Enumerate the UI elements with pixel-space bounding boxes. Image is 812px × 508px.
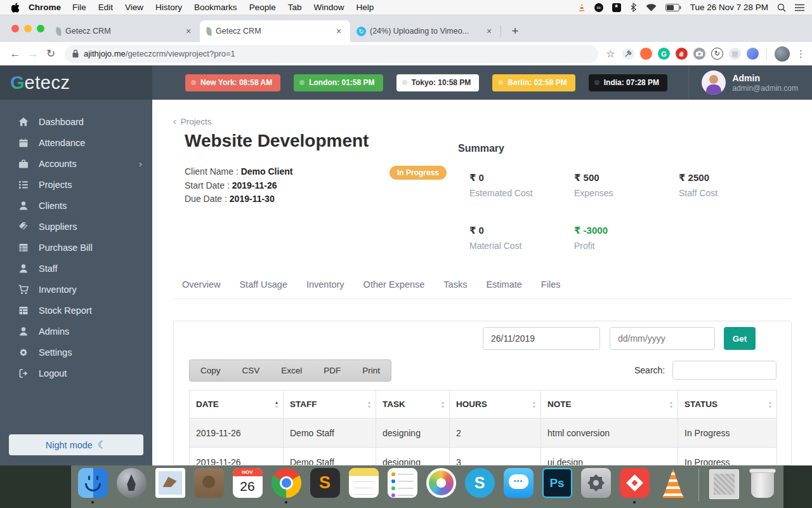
launchpad-dock-icon[interactable] xyxy=(117,468,147,498)
photos-dock-icon[interactable] xyxy=(426,468,456,498)
sidebar-item-stock-report[interactable]: Stock Report xyxy=(0,300,152,321)
blocker-hand-extension-icon[interactable] xyxy=(676,48,688,60)
column-note[interactable]: NOTE▴▾ xyxy=(541,391,678,418)
sidebar-item-dashboard[interactable]: Dashboard xyxy=(0,111,152,132)
tab-close-icon[interactable]: × xyxy=(183,26,193,36)
sidebar-item-projects[interactable]: Projects xyxy=(0,174,152,195)
bluetooth-icon[interactable] xyxy=(630,3,637,12)
sidebar-item-attendance[interactable]: Attendance xyxy=(0,132,152,153)
search-input[interactable] xyxy=(672,361,776,380)
menu-window[interactable]: Window xyxy=(313,3,344,12)
mail-dock-icon[interactable] xyxy=(155,468,185,498)
pdf-button[interactable]: PDF xyxy=(313,360,351,381)
menu-history[interactable]: History xyxy=(155,3,182,12)
moon-extension-icon[interactable] xyxy=(747,48,759,60)
tab-staff-usage[interactable]: Staff Usage xyxy=(239,279,287,290)
print-button[interactable]: Print xyxy=(351,360,391,381)
sort-icon[interactable]: ▴▾ xyxy=(769,400,771,409)
vlc-dock-icon[interactable] xyxy=(658,468,688,498)
close-window-button[interactable] xyxy=(11,25,19,32)
sort-icon[interactable]: ▴▾ xyxy=(368,400,370,409)
date-from-input[interactable] xyxy=(483,327,600,350)
wifi-icon[interactable] xyxy=(646,3,657,11)
finder-dock-icon[interactable] xyxy=(78,468,108,498)
table-row[interactable]: 2019-11-26 Demo Staff designing 3 ui des… xyxy=(190,448,777,466)
column-hours[interactable]: HOURS▴▾ xyxy=(450,391,541,418)
camera-extension-icon[interactable] xyxy=(693,48,705,60)
new-tab-button[interactable]: + xyxy=(506,22,524,40)
sidebar-item-clients[interactable]: Clients xyxy=(0,195,152,216)
sidebar-item-settings[interactable]: Settings xyxy=(0,342,152,363)
system-preferences-dock-icon[interactable] xyxy=(581,468,611,498)
apple-icon[interactable] xyxy=(11,3,20,13)
tab-vimeo-upload[interactable]: ↻ (24%) Uploading to Vimeo... × xyxy=(350,20,501,42)
contacts-dock-icon[interactable] xyxy=(194,468,224,498)
grammarly-extension-icon[interactable]: G xyxy=(658,48,670,60)
menu-file[interactable]: File xyxy=(72,3,86,12)
address-bar[interactable]: ajithjojo.me/geteczcrm/viewproject?pro=1 xyxy=(65,45,598,63)
get-button[interactable]: Get xyxy=(724,327,756,350)
zoom-window-button[interactable] xyxy=(37,25,44,32)
excel-button[interactable]: Excel xyxy=(270,360,313,381)
menu-help[interactable]: Help xyxy=(356,3,374,12)
column-staff[interactable]: STAFF▴▾ xyxy=(284,391,376,418)
tab-files[interactable]: Files xyxy=(541,279,561,290)
sort-icon[interactable]: ▴▾ xyxy=(275,400,278,409)
calendar-dock-icon[interactable]: NOV26 xyxy=(233,468,263,498)
sidebar-item-admins[interactable]: Admins xyxy=(0,321,152,342)
column-date[interactable]: DATE▴▾ xyxy=(190,391,284,418)
breadcrumb[interactable]: ‹Projects xyxy=(173,116,211,126)
menu-people[interactable]: People xyxy=(249,3,276,12)
photoshop-dock-icon[interactable]: Ps xyxy=(542,468,572,498)
browser-menu-kebab-icon[interactable]: ⋮ xyxy=(796,48,806,60)
notification-center-icon[interactable] xyxy=(795,4,804,11)
minimize-window-button[interactable] xyxy=(24,25,32,32)
tab-close-icon[interactable]: × xyxy=(334,26,344,36)
reload-icon[interactable]: ↻ xyxy=(42,47,60,60)
sidebar-item-logout[interactable]: Logout xyxy=(0,363,152,384)
menu-edit[interactable]: Edit xyxy=(98,3,113,12)
sidebar-item-purchase-bill[interactable]: Purchase Bill xyxy=(0,237,152,258)
chrome-dock-icon[interactable] xyxy=(272,468,301,498)
grid-extension-icon[interactable]: ▦ xyxy=(729,48,741,60)
document-dock-icon[interactable] xyxy=(709,469,739,499)
menu-view[interactable]: View xyxy=(125,3,143,12)
input-source-icon[interactable]: * xyxy=(612,3,621,12)
tab-getecz-crm-1[interactable]: Getecz CRM × xyxy=(49,20,200,42)
menubar-clock[interactable]: Tue 26 Nov 7 28 PM xyxy=(690,3,768,12)
tab-getecz-crm-2-active[interactable]: Getecz CRM × xyxy=(200,20,350,42)
tab-other-expense[interactable]: Other Expense xyxy=(363,279,425,290)
active-app-name[interactable]: Chrome xyxy=(29,3,61,12)
sort-icon[interactable]: ▴▾ xyxy=(533,400,535,409)
sidebar-item-suppliers[interactable]: Suppliers xyxy=(0,216,152,237)
eyedropper-extension-icon[interactable] xyxy=(622,48,634,60)
table-row[interactable]: 2019-11-26 Demo Staff designing 2 html c… xyxy=(190,418,777,448)
sidebar-item-accounts[interactable]: Accounts› xyxy=(0,153,152,174)
anydesk-dock-icon[interactable] xyxy=(620,468,650,498)
spotlight-icon[interactable] xyxy=(777,3,786,12)
messages-dock-icon[interactable]: ••• xyxy=(504,468,534,498)
sync-extension-icon[interactable]: ↻ xyxy=(711,48,723,60)
tab-overview[interactable]: Overview xyxy=(182,279,220,290)
sort-icon[interactable]: ▴▾ xyxy=(442,400,444,409)
column-status[interactable]: STATUS▴▾ xyxy=(678,391,777,418)
reminders-dock-icon[interactable] xyxy=(388,468,417,498)
csv-button[interactable]: CSV xyxy=(232,360,271,381)
trash-dock-icon[interactable] xyxy=(751,470,774,498)
user-menu[interactable]: Admin admin@admin.com xyxy=(688,65,798,100)
tab-close-icon[interactable]: × xyxy=(484,26,494,36)
sublime-text-dock-icon[interactable]: S xyxy=(310,468,340,498)
forward-icon[interactable]: → xyxy=(24,48,42,60)
tab-estimate[interactable]: Estimate xyxy=(486,279,521,290)
sidebar-item-inventory[interactable]: Inventory xyxy=(0,279,152,300)
night-mode-button[interactable]: Night mode☾ xyxy=(9,434,143,455)
browser-profile-avatar[interactable] xyxy=(775,46,790,62)
vlc-status-icon[interactable] xyxy=(579,4,586,11)
notes-dock-icon[interactable] xyxy=(349,468,379,498)
date-to-input[interactable] xyxy=(610,327,715,350)
back-icon[interactable]: ← xyxy=(6,48,24,60)
tab-tasks[interactable]: Tasks xyxy=(443,279,467,290)
bookmark-star-icon[interactable]: ☆ xyxy=(605,48,617,60)
menu-tab[interactable]: Tab xyxy=(288,3,302,12)
sidebar-item-staff[interactable]: Staff xyxy=(0,258,152,279)
